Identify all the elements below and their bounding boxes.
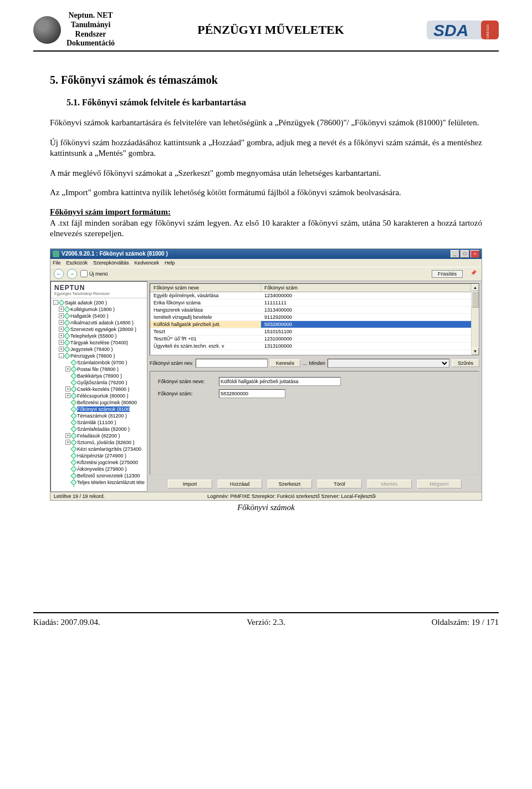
nav-tree[interactable]: -Saját adatok (200 )+Kollégiumok (1800 )… — [51, 298, 147, 487]
tree-toggle-icon[interactable]: + — [59, 307, 64, 312]
save-button[interactable]: Mentés — [367, 480, 412, 488]
app-window: V2006.9.20.1 : Főkönyvi számok (81000 ) … — [50, 248, 482, 501]
filter-dots: ... — [303, 360, 307, 366]
sidebar-logo: NEPTUN Egységes Tanulmányi Rendszer — [51, 282, 147, 298]
tree-item[interactable]: Teljes tételen kiszámlázott téte — [51, 479, 147, 486]
tree-item[interactable]: Főkönyvi számok (8100 — [51, 406, 147, 413]
tree-item[interactable]: +Hallgatók (5400 ) — [51, 313, 147, 319]
delete-button[interactable]: Töröl — [318, 480, 362, 488]
table-row[interactable]: Ismételt vizsgadíj bevétele9112920000 — [150, 314, 471, 321]
scroll-track[interactable] — [472, 308, 479, 348]
tree-item[interactable]: Témaszámok (81200 ) — [51, 413, 147, 419]
scroll-up-button[interactable]: ▲ — [472, 284, 479, 291]
window-titlebar[interactable]: V2006.9.20.1 : Főkönyvi számok (81000 ) … — [50, 249, 482, 259]
table-row[interactable]: Ügyviteli és szám.techn. eszk. v13131000… — [150, 343, 471, 350]
tree-item[interactable]: +Csekk-kezelés (79800 ) — [51, 386, 147, 393]
tree-toggle-icon[interactable]: + — [65, 386, 70, 391]
form-input-number[interactable] — [219, 389, 285, 398]
tree-item[interactable]: Kézi számlarögzítés (273400 — [51, 446, 147, 452]
tree-toggle-icon[interactable]: - — [53, 300, 58, 305]
table-row[interactable]: Külföldi hallgatók pénzbeli jutt.5832800… — [150, 321, 471, 328]
maximize-button[interactable]: □ — [461, 250, 469, 258]
tree-toggle-icon[interactable]: + — [65, 440, 70, 445]
tree-item[interactable]: Bankkártya (78900 ) — [51, 373, 147, 379]
grid-header-number[interactable]: Főkönyvi szám — [261, 284, 471, 292]
tree-item[interactable]: +Kollégiumok (1800 ) — [51, 306, 147, 313]
tree-toggle-icon[interactable]: + — [65, 393, 70, 398]
tree-toggle-icon[interactable]: + — [65, 366, 70, 371]
tree-item[interactable]: +Jegyzetek (78400 ) — [51, 346, 147, 353]
tree-item[interactable]: Átkönyvelés (279800 ) — [51, 466, 147, 472]
filter-button[interactable]: Szűrés — [452, 359, 479, 367]
data-grid[interactable]: Főkönyvi szám neve Főkönyvi szám Egyéb é… — [150, 284, 471, 355]
grid-header[interactable]: Főkönyvi szám neve Főkönyvi szám — [150, 284, 471, 292]
tree-toggle-icon[interactable]: + — [59, 340, 64, 345]
tree-item[interactable]: Számlafeladás (82000 ) — [51, 426, 147, 432]
tree-item[interactable]: +Telephelyek (55800 ) — [51, 333, 147, 339]
add-button[interactable]: Hozzáad — [218, 480, 262, 488]
tree-item[interactable]: Kifizetési lista szűrés alapján — [51, 486, 147, 487]
tree-item[interactable]: Házipénztár (274900 ) — [51, 452, 147, 459]
menu-file[interactable]: File — [53, 260, 61, 266]
tree-item[interactable]: +Szervezeti egységek (28000 ) — [51, 326, 147, 333]
tree-item[interactable]: Befizetési jogcímek (80800 — [51, 399, 147, 406]
tree-toggle-icon[interactable]: + — [59, 327, 64, 332]
close-button[interactable]: × — [470, 250, 479, 258]
filter-label: Főkönyvi szám nev. — [150, 360, 193, 366]
tree-item[interactable]: Befizető szervezetek (12300 — [51, 472, 147, 479]
tree-item[interactable]: +Alkalmazotti adatok (14800 ) — [51, 319, 147, 326]
grid-header-name[interactable]: Főkönyvi szám neve — [150, 284, 261, 292]
menu-help[interactable]: Help — [165, 260, 175, 266]
tree-node-icon — [70, 472, 76, 479]
tree-item-label: Befizető szervezetek (12300 — [77, 473, 140, 479]
tree-item[interactable]: Számlatömbök (9700 ) — [51, 359, 147, 366]
table-row[interactable]: Hangszerek vásárlása1313400000 — [150, 307, 471, 314]
tree-item[interactable]: +Tárgyak kezelése (70400) — [51, 339, 147, 346]
table-row[interactable]: Tesz8Ű*' úő`fR +011231000000 — [150, 335, 471, 343]
window-title: V2006.9.20.1 : Főkönyvi számok (81000 ) — [62, 251, 449, 257]
menu-tools[interactable]: Eszközök — [66, 260, 88, 266]
tree-toggle-icon[interactable]: - — [59, 353, 64, 358]
action-buttons: Import Hozzáad Szerkeszt Töröl Mentés Mé… — [150, 477, 479, 490]
forward-button[interactable]: → — [67, 269, 77, 279]
refresh-button[interactable]: Frissítés — [432, 270, 463, 278]
menu-role[interactable]: Szerepkörváltás — [93, 260, 129, 266]
tree-toggle-icon[interactable]: + — [59, 333, 64, 338]
menu-favorites[interactable]: Kedvencek — [135, 260, 160, 266]
edit-button[interactable]: Szerkeszt — [268, 480, 312, 488]
table-row[interactable]: Teszt1510151100 — [150, 328, 471, 335]
pin-icon[interactable]: 📌 — [470, 270, 478, 278]
scroll-thumb[interactable] — [472, 291, 479, 308]
tree-item[interactable]: Gyűjtőszámla (79200 ) — [51, 379, 147, 386]
data-grid-wrap: Főkönyvi szám neve Főkönyvi szám Egyéb é… — [150, 283, 479, 355]
search-button[interactable]: Keresés — [270, 359, 300, 367]
form-input-name[interactable] — [219, 377, 341, 386]
tree-item[interactable]: +Félécsoportok (80000 ) — [51, 393, 147, 399]
tree-item[interactable]: +Sztornó, jóváírás (82600 ) — [51, 439, 147, 446]
tree-node-icon — [70, 379, 76, 385]
scroll-down-button[interactable]: ▼ — [472, 348, 479, 355]
grid-scrollbar[interactable]: ▲ ▼ — [471, 284, 479, 355]
tree-toggle-icon[interactable]: + — [59, 320, 64, 325]
tree-item[interactable]: -Pénzügyek (78600 ) — [51, 353, 147, 359]
tree-toggle-icon[interactable]: + — [59, 313, 64, 318]
sidebar: NEPTUN Egységes Tanulmányi Rendszer -Saj… — [50, 281, 147, 492]
cancel-button[interactable]: Mégsem — [417, 480, 462, 488]
tree-item[interactable]: -Saját adatok (200 ) — [51, 299, 147, 306]
table-row[interactable]: Erika főkönyvi száma11111111 — [150, 299, 471, 307]
new-menu-checkbox[interactable]: Új menü — [80, 270, 108, 277]
table-row[interactable]: Egyéb épiímények, vásárlása1234000000 — [150, 292, 471, 299]
back-button[interactable]: ← — [54, 269, 64, 279]
tree-item[interactable]: +Feladások (82200 ) — [51, 432, 147, 439]
minimize-button[interactable]: _ — [451, 250, 459, 258]
tree-toggle-icon[interactable]: + — [65, 433, 70, 438]
tree-item[interactable]: Számlák (11100 ) — [51, 419, 147, 426]
filter-input[interactable] — [196, 359, 268, 368]
filter-select[interactable] — [328, 359, 449, 368]
tree-item[interactable]: +Postai file (78800 ) — [51, 366, 147, 373]
form-label-name: Főkönyvi szám neve: — [158, 379, 219, 384]
tree-toggle-icon[interactable]: + — [59, 347, 64, 352]
import-button[interactable]: Import — [168, 480, 212, 488]
tree-node-icon — [70, 359, 76, 365]
tree-item[interactable]: Kifizetési jogcímek (275000 — [51, 459, 147, 466]
